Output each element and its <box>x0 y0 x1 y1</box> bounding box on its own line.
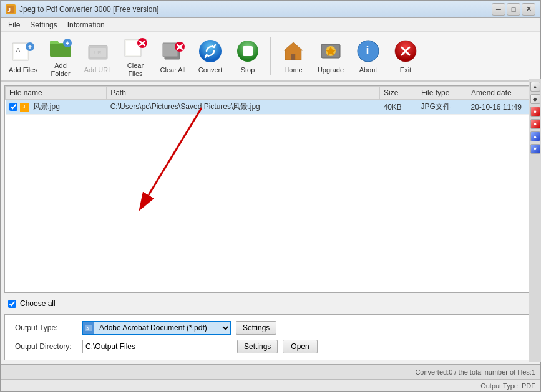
menu-settings[interactable]: Settings <box>25 19 62 31</box>
sidebar-btn-2[interactable]: ◆ <box>530 94 540 104</box>
add-files-label: Add Files <box>9 66 37 74</box>
window-controls: ─ □ ✕ <box>492 3 535 16</box>
toolbar-separator <box>270 37 271 75</box>
col-size: Size <box>380 87 417 100</box>
clear-all-icon <box>160 39 185 64</box>
size-cell: 40KB <box>380 100 417 115</box>
stop-icon <box>235 39 260 64</box>
upgrade-button[interactable]: Upgrade <box>313 34 348 78</box>
add-folder-button[interactable]: Add Folder <box>43 34 78 78</box>
app-icon: J <box>6 4 16 14</box>
output-select-icon: A <box>82 321 94 335</box>
add-folder-icon <box>48 36 73 59</box>
svg-rect-26 <box>243 46 253 56</box>
sidebar-btn-6[interactable]: ▼ <box>530 144 540 154</box>
output-type-select[interactable]: Adobe Acrobat Document (*.pdf) <box>94 321 231 335</box>
close-button[interactable]: ✕ <box>522 3 535 16</box>
filename-cell: J 风景.jpg <box>9 102 103 112</box>
output-directory-label: Output Directory: <box>15 342 77 351</box>
status-progress: Converted:0 / the total number of files:… <box>6 368 535 376</box>
output-directory-row: Output Directory: Settings Open <box>15 340 526 353</box>
col-amend-date: Amend date <box>467 87 536 100</box>
file-table-container: File name Path Size File type Amend date <box>4 85 537 293</box>
choose-all-checkbox[interactable] <box>8 300 16 308</box>
output-type-status-text: Output Type: PDF <box>480 382 535 390</box>
choose-all-label: Choose all <box>20 299 56 308</box>
add-url-button[interactable]: URL Add URL <box>80 34 115 78</box>
output-dir-settings-button[interactable]: Settings <box>237 340 278 353</box>
toolbar: A Add Files <box>1 32 540 82</box>
home-label: Home <box>284 66 302 74</box>
menu-information[interactable]: Information <box>62 19 110 31</box>
col-path: Path <box>107 87 380 100</box>
minimize-button[interactable]: ─ <box>492 3 505 16</box>
clear-files-button[interactable]: Clear Files <box>118 34 153 78</box>
file-table: File name Path Size File type Amend date <box>5 86 536 115</box>
about-label: About <box>359 66 378 74</box>
choose-all-row: Choose all <box>4 297 537 310</box>
output-type-status: Output Type: PDF <box>1 379 540 391</box>
exit-label: Exit <box>400 66 411 74</box>
output-type-label: Output Type: <box>15 323 77 332</box>
exit-icon <box>393 39 418 64</box>
add-folder-label: Add Folder <box>44 62 77 78</box>
convert-button[interactable]: Convert <box>193 34 228 78</box>
menu-file[interactable]: File <box>3 19 25 31</box>
convert-label: Convert <box>198 66 223 74</box>
right-sidebar: ▲ ◆ ● ● ▲ ▼ <box>529 79 541 362</box>
amend-date-cell: 20-10-16 11:49 <box>467 100 536 115</box>
svg-point-24 <box>199 40 222 62</box>
path-cell: C:\Users\pc\Pictures\Saved Pictures\风景.j… <box>107 100 380 115</box>
main-content: File name Path Size File type Amend date <box>1 82 540 364</box>
maximize-button[interactable]: □ <box>507 3 520 16</box>
svg-rect-28 <box>291 54 295 60</box>
svg-line-36 <box>149 108 202 195</box>
upgrade-icon <box>318 39 343 64</box>
row-checkbox[interactable] <box>9 103 17 111</box>
about-icon: i <box>356 39 381 64</box>
file-type-icon: J <box>20 103 29 112</box>
svg-rect-10 <box>67 41 68 45</box>
clear-all-button[interactable]: Clear All <box>155 34 190 78</box>
add-url-icon: URL <box>85 39 110 64</box>
svg-text:J: J <box>7 7 11 13</box>
sidebar-btn-5[interactable]: ▲ <box>530 131 540 141</box>
svg-text:URL: URL <box>94 50 105 55</box>
clear-files-label: Clear Files <box>119 62 152 78</box>
output-section: Output Type: A Adobe Acrobat Document (*… <box>4 314 537 360</box>
col-filename: File name <box>6 87 107 100</box>
svg-rect-7 <box>29 45 31 49</box>
add-url-label: Add URL <box>84 66 112 74</box>
col-filetype: File type <box>417 87 467 100</box>
open-button[interactable]: Open <box>283 340 317 353</box>
clear-all-label: Clear All <box>160 66 186 74</box>
svg-text:A: A <box>16 47 20 53</box>
clear-files-icon <box>123 36 148 59</box>
convert-icon <box>198 39 223 64</box>
output-type-row: Output Type: A Adobe Acrobat Document (*… <box>15 321 526 335</box>
add-files-button[interactable]: A Add Files <box>6 34 41 78</box>
filetype-cell: JPG文件 <box>417 100 467 115</box>
home-icon <box>281 39 306 64</box>
window-title: Jpeg to Pdf Converter 3000 [Free version… <box>19 5 158 14</box>
stop-label: Stop <box>241 66 255 74</box>
sidebar-btn-4[interactable]: ● <box>530 119 540 129</box>
converted-status: Converted:0 / the total number of files:… <box>415 368 535 376</box>
sidebar-btn-1[interactable]: ▲ <box>530 82 540 92</box>
stop-button[interactable]: Stop <box>230 34 265 78</box>
table-row[interactable]: J 风景.jpg C:\Users\pc\Pictures\Saved Pict… <box>6 100 536 115</box>
sidebar-btn-3[interactable]: ● <box>530 107 540 117</box>
output-type-select-wrapper: A Adobe Acrobat Document (*.pdf) <box>82 321 231 335</box>
exit-button[interactable]: Exit <box>388 34 423 78</box>
upgrade-label: Upgrade <box>318 66 344 74</box>
status-bar: Converted:0 / the total number of files:… <box>1 364 540 379</box>
home-button[interactable]: Home <box>276 34 311 78</box>
title-bar: J Jpeg to Pdf Converter 3000 [Free versi… <box>1 1 540 18</box>
svg-text:A: A <box>86 326 90 332</box>
about-button[interactable]: i About <box>351 34 386 78</box>
filename-text: 风景.jpg <box>33 102 60 112</box>
svg-text:i: i <box>366 44 369 57</box>
output-type-settings-button[interactable]: Settings <box>236 321 276 335</box>
output-directory-input[interactable] <box>82 340 232 353</box>
add-files-icon: A <box>11 39 36 64</box>
